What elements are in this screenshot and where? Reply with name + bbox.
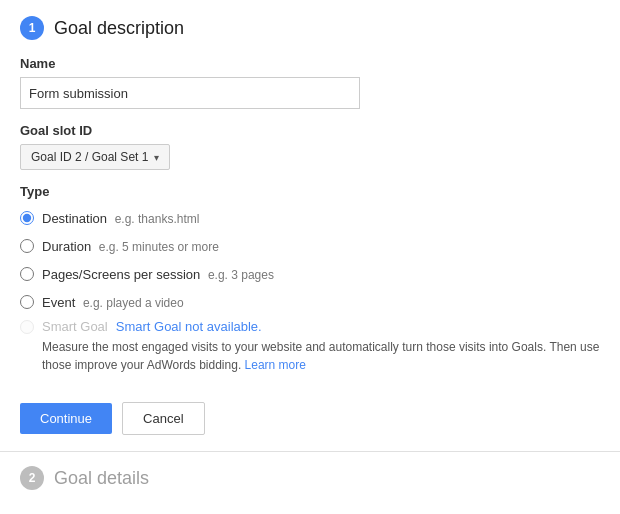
goal-slot-label: Goal slot ID xyxy=(20,123,600,138)
goal-slot-dropdown[interactable]: Goal ID 2 / Goal Set 1 ▾ xyxy=(20,144,170,170)
radio-pages[interactable]: Pages/Screens per session e.g. 3 pages xyxy=(20,263,600,285)
name-field-group: Name xyxy=(20,56,600,109)
type-section: Type Destination e.g. thanks.html Durati… xyxy=(20,184,600,374)
radio-destination-hint: e.g. thanks.html xyxy=(115,212,200,226)
section-1-header: 1 Goal description xyxy=(20,16,600,40)
cancel-button-1[interactable]: Cancel xyxy=(122,402,204,435)
smart-goal-status: Smart Goal not available. xyxy=(116,319,262,334)
section-1: 1 Goal description Name Goal slot ID Goa… xyxy=(0,0,620,452)
chevron-down-icon: ▾ xyxy=(154,152,159,163)
section-2-number: 2 xyxy=(20,466,44,490)
radio-destination[interactable]: Destination e.g. thanks.html xyxy=(20,207,600,229)
goal-slot-field-group: Goal slot ID Goal ID 2 / Goal Set 1 ▾ xyxy=(20,123,600,170)
radio-event-hint: e.g. played a video xyxy=(83,296,184,310)
button-row: Continue Cancel xyxy=(20,388,600,451)
continue-button[interactable]: Continue xyxy=(20,403,112,434)
name-label: Name xyxy=(20,56,600,71)
radio-event-label: Event e.g. played a video xyxy=(42,295,184,310)
radio-duration[interactable]: Duration e.g. 5 minutes or more xyxy=(20,235,600,257)
radio-pages-label: Pages/Screens per session e.g. 3 pages xyxy=(42,267,274,282)
page-wrapper: 1 Goal description Name Goal slot ID Goa… xyxy=(0,0,620,514)
radio-pages-input[interactable] xyxy=(20,267,34,281)
radio-duration-hint: e.g. 5 minutes or more xyxy=(99,240,219,254)
name-input[interactable] xyxy=(20,77,360,109)
goal-slot-value: Goal ID 2 / Goal Set 1 xyxy=(31,150,148,164)
learn-more-link[interactable]: Learn more xyxy=(245,358,306,372)
radio-destination-input[interactable] xyxy=(20,211,34,225)
radio-event[interactable]: Event e.g. played a video xyxy=(20,291,600,313)
smart-goal-description: Measure the most engaged visits to your … xyxy=(42,338,600,374)
section-2-header: 2 Goal details xyxy=(20,466,600,490)
smart-goal-row: Smart Goal Smart Goal not available. xyxy=(20,319,600,334)
smart-goal-label: Smart Goal xyxy=(42,319,108,334)
radio-destination-label: Destination e.g. thanks.html xyxy=(42,211,199,226)
section-2: 2 Goal details xyxy=(0,452,620,514)
radio-event-input[interactable] xyxy=(20,295,34,309)
section-1-title: Goal description xyxy=(54,18,184,39)
type-label: Type xyxy=(20,184,600,199)
radio-pages-hint: e.g. 3 pages xyxy=(208,268,274,282)
radio-duration-input[interactable] xyxy=(20,239,34,253)
radio-smart-input xyxy=(20,320,34,334)
section-1-number: 1 xyxy=(20,16,44,40)
section-2-title: Goal details xyxy=(54,468,149,489)
radio-duration-label: Duration e.g. 5 minutes or more xyxy=(42,239,219,254)
